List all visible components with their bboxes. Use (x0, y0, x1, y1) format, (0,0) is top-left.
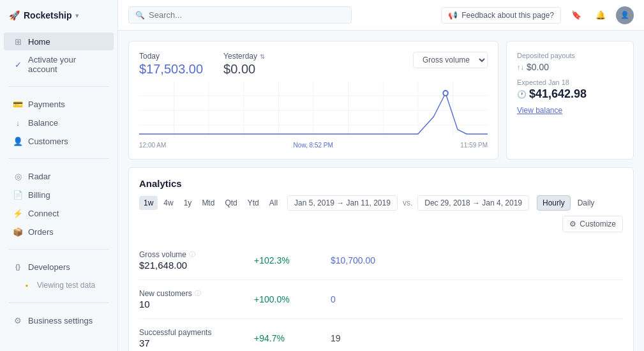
today-value: $17,503.00 (139, 62, 203, 77)
logo-icon: 🚀 (9, 10, 20, 20)
chart-footer: 12:00 AM Now, 8:52 PM 11:59 PM (139, 142, 488, 149)
time-filter-mtd[interactable]: Mtd (197, 196, 219, 210)
ar-label-0: Gross volume ⓘ $21,648.00 (139, 250, 254, 271)
vs-label: vs. (403, 198, 412, 207)
ar-compare-2: 19 (331, 333, 414, 343)
sidebar-label-radar: Radar (28, 172, 50, 181)
home-icon: ⊞ (13, 36, 23, 47)
ar-name-2: Successful payments (139, 328, 254, 337)
sidebar-divider-3 (9, 249, 109, 250)
sidebar-label-activate: Activate your account (28, 55, 105, 74)
customize-label: Customize (580, 220, 616, 228)
time-filter-all[interactable]: All (265, 196, 282, 210)
daily-button[interactable]: Daily (572, 195, 601, 211)
sidebar-item-billing[interactable]: 📄 Billing (4, 186, 114, 204)
compare-range-button[interactable]: Dec 29, 2018 → Jan 4, 2019 (417, 195, 529, 211)
chart-header: Today $17,503.00 Yesterday ⇅ $0.00 Gr (139, 52, 488, 77)
page-content: Today $17,503.00 Yesterday ⇅ $0.00 Gr (118, 31, 644, 351)
developers-icon: {} (13, 262, 23, 272)
avatar[interactable]: 👤 (616, 6, 634, 24)
analytics-toolbar: 1w 4w 1y Mtd Qtd Ytd All Jan 5, 2019 → J… (139, 195, 623, 232)
orders-icon: 📦 (13, 227, 23, 237)
sidebar-item-connect[interactable]: ⚡ Connect (4, 204, 114, 222)
date-range-button[interactable]: Jan 5, 2019 → Jan 11, 2019 (287, 195, 398, 211)
analytics-rows: Gross volume ⓘ $21,648.00 +102.3% $10,70… (139, 241, 623, 351)
hourly-button[interactable]: Hourly (537, 195, 571, 211)
payout-card: Deposited payouts ↑↓ $0.00 Expected Jan … (506, 41, 634, 160)
sidebar-divider-1 (9, 86, 109, 87)
feedback-button[interactable]: 📢 Feedback about this page? (441, 7, 561, 24)
sidebar-label-balance: Balance (28, 118, 58, 128)
time-filter-qtd[interactable]: Qtd (220, 196, 241, 210)
ar-chart-0 (414, 248, 623, 273)
gross-volume-dropdown[interactable]: Gross volume (413, 52, 488, 68)
ar-label-1: New customers ⓘ 10 (139, 289, 254, 310)
expected-value: 🕐 $41,642.98 (517, 87, 623, 101)
chart-start-time: 12:00 AM (139, 142, 166, 149)
time-filter-ytd[interactable]: Ytd (243, 196, 264, 210)
sidebar-item-payments[interactable]: 💳 Payments (4, 95, 114, 113)
search-input[interactable] (149, 10, 345, 20)
sidebar-item-orders[interactable]: 📦 Orders (4, 223, 114, 241)
sidebar-label-connect: Connect (28, 209, 59, 218)
sidebar-item-radar[interactable]: ◎ Radar (4, 167, 114, 185)
app-name: Rocketship (24, 10, 71, 20)
sidebar-label-settings: Business settings (28, 316, 93, 325)
sidebar-item-customers[interactable]: 👤 Customers (4, 132, 114, 150)
search-box[interactable]: 🔍 (128, 6, 352, 24)
sidebar-label-home: Home (28, 37, 50, 47)
payout-arrow-icon: ↑↓ (517, 63, 524, 71)
header: 🔍 📢 Feedback about this page? 🔖 🔔 👤 (118, 0, 644, 31)
analytics-row: New customers ⓘ 10 +100.0% 0 (139, 280, 623, 319)
main-content: 🔍 📢 Feedback about this page? 🔖 🔔 👤 (118, 0, 644, 351)
svg-point-12 (443, 91, 448, 96)
settings-icon: ⚙ (13, 315, 23, 325)
sidebar-section-settings: ⚙ Business settings (0, 308, 117, 332)
sidebar-item-balance[interactable]: ↓ Balance (4, 114, 114, 131)
sidebar-item-developers[interactable]: {} Developers (4, 258, 114, 276)
radar-icon: ◎ (13, 171, 23, 181)
time-filter-4w[interactable]: 4w (159, 196, 177, 210)
time-filter-1w[interactable]: 1w (139, 196, 158, 210)
sidebar: 🚀 Rocketship ▾ ⊞ Home ✓ Activate your ac… (0, 0, 118, 351)
sidebar-section-payments: 💳 Payments ↓ Balance 👤 Customers (0, 92, 117, 153)
ar-chart-2 (414, 325, 623, 351)
sidebar-item-business-settings[interactable]: ⚙ Business settings (4, 311, 114, 329)
chart-now-time: Now, 8:52 PM (294, 142, 333, 149)
payments-icon: 💳 (13, 99, 23, 109)
avatar-icon: 👤 (620, 11, 629, 19)
balance-icon: ↓ (13, 117, 23, 128)
sidebar-item-test-data[interactable]: ● Viewing test data (4, 276, 114, 294)
ar-label-2: Successful payments 37 (139, 328, 254, 348)
app-logo[interactable]: 🚀 Rocketship ▾ (0, 6, 117, 29)
ar-compare-0: $10,700.00 (331, 255, 414, 265)
ar-compare-val-2: 19 (331, 333, 414, 343)
expected-label: Expected Jan 18 (517, 78, 623, 86)
chart-metrics: Today $17,503.00 Yesterday ⇅ $0.00 (139, 52, 265, 77)
sidebar-divider-4 (9, 302, 109, 303)
info-icon[interactable]: ⓘ (195, 289, 201, 298)
customize-button[interactable]: ⚙ Customize (562, 216, 623, 232)
chart-end-time: 11:59 PM (460, 142, 488, 149)
search-icon: 🔍 (135, 11, 145, 20)
payout-amount: $0.00 (527, 62, 549, 72)
bookmarks-icon[interactable]: 🔖 (567, 6, 585, 24)
sidebar-label-billing: Billing (28, 190, 50, 200)
sidebar-label-payments: Payments (28, 100, 65, 109)
ar-change-2: +94.7% (254, 333, 331, 343)
notifications-icon[interactable]: 🔔 (592, 6, 610, 24)
ar-change-val-1: +100.0% (254, 294, 331, 304)
customers-icon: 👤 (13, 136, 23, 146)
ar-compare-val-1: 0 (331, 294, 414, 304)
check-icon: ✓ (13, 59, 23, 70)
info-icon[interactable]: ⓘ (189, 250, 195, 259)
view-balance-link[interactable]: View balance (517, 106, 562, 115)
time-filter-1y[interactable]: 1y (179, 196, 197, 210)
sidebar-item-home[interactable]: ⊞ Home (4, 33, 114, 50)
yesterday-metric: Yesterday ⇅ $0.00 (223, 52, 265, 77)
sidebar-item-activate[interactable]: ✓ Activate your account (4, 51, 114, 78)
ar-value-2: 37 (139, 338, 254, 348)
ar-name-1: New customers ⓘ (139, 289, 254, 298)
ar-compare-val-0: $10,700.00 (331, 255, 414, 265)
analytics-row: Gross volume ⓘ $21,648.00 +102.3% $10,70… (139, 241, 623, 280)
